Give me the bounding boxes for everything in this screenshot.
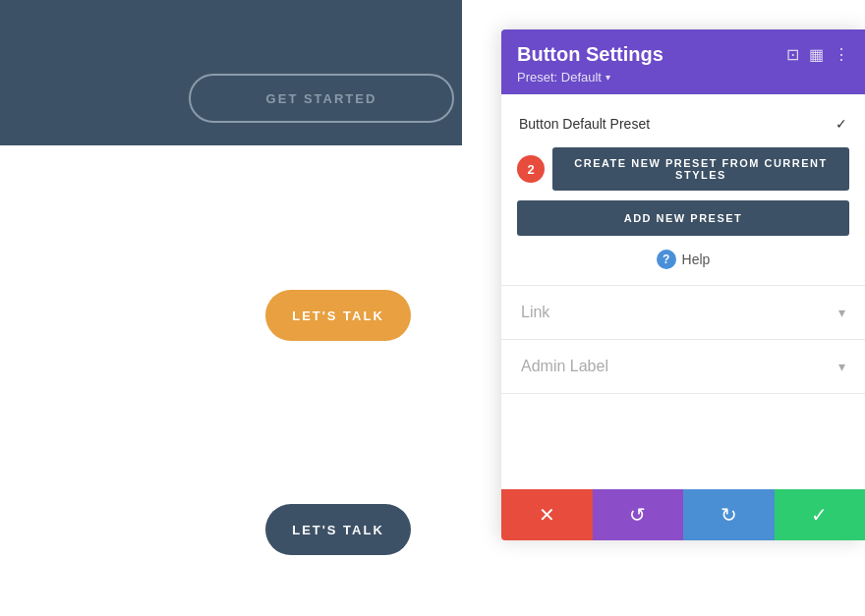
lets-talk-orange-label: LET'S TALK (292, 308, 384, 323)
preset-dropdown-content: Button Default Preset ✓ 2 CREATE NEW PRE… (501, 94, 865, 286)
check-icon: ✓ (836, 116, 847, 132)
cancel-button[interactable]: ✕ (501, 489, 593, 540)
panel-header-top: Button Settings ⊡ ▦ ⋮ (517, 43, 849, 66)
lets-talk-orange-button[interactable]: LET'S TALK (265, 290, 411, 341)
help-label: Help (682, 252, 711, 267)
panel-icon-dots[interactable]: ⋮ (834, 45, 849, 64)
admin-label-text: Admin Label (521, 358, 608, 375)
create-preset-button[interactable]: CREATE NEW PRESET FROM CURRENT STYLES (552, 147, 849, 191)
cancel-icon: ✕ (539, 503, 555, 527)
link-chevron-icon: ▾ (838, 305, 845, 320)
save-icon: ✓ (811, 503, 828, 527)
link-section[interactable]: Link ▾ (501, 286, 865, 340)
admin-label-chevron-icon: ▾ (838, 359, 845, 374)
get-started-label: GET STARTED (266, 91, 377, 106)
button-settings-panel: Button Settings ⊡ ▦ ⋮ Preset: Default ▾ … (501, 29, 865, 540)
link-label: Link (521, 304, 549, 321)
default-preset-label: Button Default Preset (519, 116, 650, 132)
get-started-button[interactable]: GET STARTED (189, 74, 454, 123)
save-button[interactable]: ✓ (775, 489, 866, 540)
help-row[interactable]: ? Help (517, 250, 849, 269)
default-preset-item[interactable]: Button Default Preset ✓ (517, 110, 849, 138)
bottom-action-bar: ✕ ↺ ↻ ✓ (501, 489, 865, 540)
add-preset-button[interactable]: ADD NEW PRESET (517, 200, 849, 236)
lets-talk-dark-button[interactable]: LET'S TALK (265, 504, 411, 555)
panel-icon-grid[interactable]: ▦ (809, 45, 824, 64)
lets-talk-dark-label: LET'S TALK (292, 523, 384, 537)
redo-button[interactable]: ↻ (683, 489, 775, 540)
admin-label-section[interactable]: Admin Label ▾ (501, 340, 865, 394)
panel-icon-screen[interactable]: ⊡ (786, 45, 799, 64)
create-preset-row: 2 CREATE NEW PRESET FROM CURRENT STYLES (517, 147, 849, 191)
badge-number: 2 (517, 155, 545, 183)
redo-icon: ↻ (721, 503, 737, 527)
help-icon: ? (657, 250, 676, 269)
panel-title: Button Settings (517, 43, 663, 66)
preset-dropdown-trigger[interactable]: Preset: Default ▾ (517, 70, 849, 84)
panel-header: Button Settings ⊡ ▦ ⋮ Preset: Default ▾ (501, 29, 865, 94)
undo-button[interactable]: ↺ (593, 489, 684, 540)
top-banner (0, 0, 462, 145)
preset-dropdown-arrow: ▾ (606, 72, 610, 83)
panel-header-icons: ⊡ ▦ ⋮ (786, 45, 849, 64)
preset-label-text: Preset: Default (517, 70, 602, 84)
undo-icon: ↺ (629, 503, 646, 527)
